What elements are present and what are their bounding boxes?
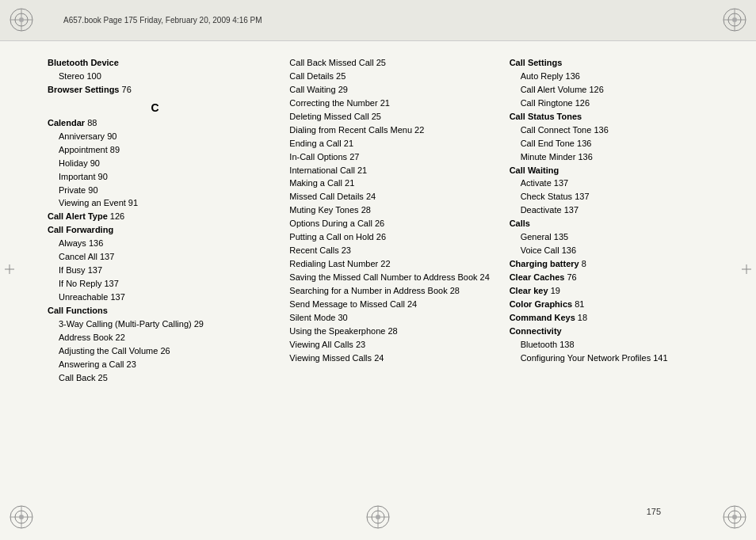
entry-sub-item: Dialing from Recent Calls Menu 22 [278, 124, 493, 137]
entry-sub-item: General 135 [510, 231, 724, 244]
entry-page-number: 29 [338, 85, 348, 94]
entry-page-number: 137 [554, 178, 568, 188]
entry-main-label: Connectivity [510, 326, 562, 336]
svg-point-16 [19, 515, 24, 519]
entry-sub-item: Call Back 25 [48, 372, 262, 385]
entry-sub-item: Call Back Missed Call 25 [278, 57, 493, 70]
page-number: 175 [647, 507, 661, 516]
entry-sub-item: Stereo 100 [48, 70, 262, 83]
entry-sub-item: Silent Mode 30 [278, 312, 493, 325]
entry-main-label: Call Functions [48, 306, 108, 315]
entry-page-number: 126 [575, 98, 590, 108]
entry-page-number: 21 [344, 139, 353, 148]
entry-sub-item: Bluetooth 138 [510, 339, 724, 352]
index-entry: Color Graphics 81 [510, 299, 724, 311]
index-entry: Browser Settings 76 [48, 84, 262, 97]
entry-page-number: 136 [562, 245, 576, 255]
entry-page-number: 136 [89, 238, 103, 248]
entry-sub-item: Deleting Missed Call 25 [278, 111, 493, 124]
entry-page-number: 28 [388, 326, 397, 336]
index-entry: Connectivity [510, 325, 724, 338]
entry-page-number: 25 [336, 71, 346, 81]
index-entry: Call Forwarding [48, 224, 262, 237]
entry-page-number: 135 [554, 232, 568, 241]
entry-page-number: 23 [356, 340, 365, 349]
entry-page-number: 25 [98, 373, 108, 382]
entry-main-label: Color Graphics [510, 299, 575, 309]
corner-decoration-tl [8, 6, 35, 35]
index-entry: Clear Caches 76 [510, 272, 724, 284]
entry-sub-item: Always 136 [48, 238, 262, 250]
entry-sub-item: Putting a Call on Hold 26 [278, 231, 493, 244]
index-entry: Call Settings [510, 57, 724, 70]
entry-sub-item: Viewing an Event 91 [48, 197, 262, 210]
entry-main-label: Calls [510, 219, 530, 228]
entry-page-number: 25 [376, 58, 386, 67]
entry-page-number: 19 [551, 286, 560, 295]
index-entry: Charging battery 8 [510, 258, 724, 271]
entry-sub-item: Call Waiting 29 [278, 84, 493, 97]
entry-sub-item: Cancel All 137 [48, 251, 262, 264]
entry-page-number: 138 [559, 340, 574, 349]
svg-point-9 [732, 17, 737, 22]
index-entry: Call Functions [48, 305, 262, 318]
entry-sub-item: Searching for a Number in Address Book 2… [278, 285, 493, 298]
entry-sub-item: Private 90 [48, 184, 262, 197]
entry-sub-item: Ending a Call 21 [278, 138, 493, 150]
entry-main-label: Browser Settings [48, 85, 122, 94]
entry-page-number: 136 [577, 139, 591, 148]
entry-page-number: 136 [594, 125, 608, 135]
corner-decoration-br [721, 504, 748, 532]
entry-page-number: 137 [88, 265, 102, 275]
index-entry: Calls [510, 218, 724, 230]
corner-decoration-tr [721, 6, 748, 35]
entry-page-number: 21 [380, 98, 390, 108]
entry-page-number: 30 [338, 313, 347, 322]
entry-sub-item: Deactivate 137 [510, 204, 724, 217]
entry-page-number: 76 [567, 272, 576, 282]
entry-page-number: 100 [86, 71, 101, 81]
content-area: Bluetooth DeviceStereo 100Browser Settin… [0, 41, 756, 540]
entry-main-label: Clear Caches [510, 272, 567, 282]
mid-left-mark [5, 264, 14, 276]
entry-page-number: 136 [578, 152, 592, 162]
entry-page-number: 90 [90, 158, 100, 168]
entry-sub-item: Call End Tone 136 [510, 138, 724, 150]
entry-page-number: 26 [375, 219, 384, 228]
entry-page-number: 24 [366, 192, 376, 201]
section-letter: C [48, 101, 262, 114]
entry-page-number: 126 [110, 211, 124, 221]
entry-main-label: Call Waiting [510, 165, 559, 175]
entry-page-number: 137 [110, 292, 124, 302]
entry-main-label: Call Settings [510, 58, 563, 67]
corner-decoration-bl [8, 504, 35, 532]
entry-page-number: 8 [582, 259, 586, 268]
index-columns: Bluetooth DeviceStereo 100Browser Settin… [0, 41, 756, 540]
entry-sub-item: Activate 137 [510, 177, 724, 190]
entry-sub-item: If No Reply 137 [48, 278, 262, 291]
header-bar: A657.book Page 175 Friday, February 20, … [0, 0, 756, 41]
entry-main-label: Call Status Tones [510, 112, 582, 121]
column-1: Bluetooth DeviceStereo 100Browser Settin… [40, 57, 270, 516]
entry-page-number: 26 [376, 232, 386, 241]
entry-sub-item: Correcting the Number 21 [278, 97, 493, 110]
entry-sub-item: Important 90 [48, 171, 262, 184]
entry-page-number: 91 [128, 198, 138, 207]
entry-page-number: 28 [361, 205, 371, 215]
entry-sub-item: Minute Minder 136 [510, 151, 724, 164]
entry-main-label: Call Alert Type [48, 211, 110, 221]
svg-point-2 [19, 17, 24, 22]
entry-page-number: 89 [110, 145, 120, 154]
entry-page-number: 126 [589, 85, 603, 94]
entry-page-number: 25 [372, 112, 381, 121]
entry-sub-item: Call Ringtone 126 [510, 97, 724, 110]
column-3: Call SettingsAuto Reply 136Call Alert Vo… [502, 57, 732, 516]
index-entry: Bluetooth Device [48, 57, 262, 70]
index-entry: Call Waiting [510, 165, 724, 177]
index-entry: Calendar 88 [48, 117, 262, 130]
entry-sub-item: Check Status 137 [510, 191, 724, 203]
entry-sub-item: Voice Call 136 [510, 245, 724, 257]
entry-sub-item: In-Call Options 27 [278, 151, 493, 164]
entry-sub-item: If Busy 137 [48, 264, 262, 277]
entry-sub-item: Viewing All Calls 23 [278, 339, 493, 352]
